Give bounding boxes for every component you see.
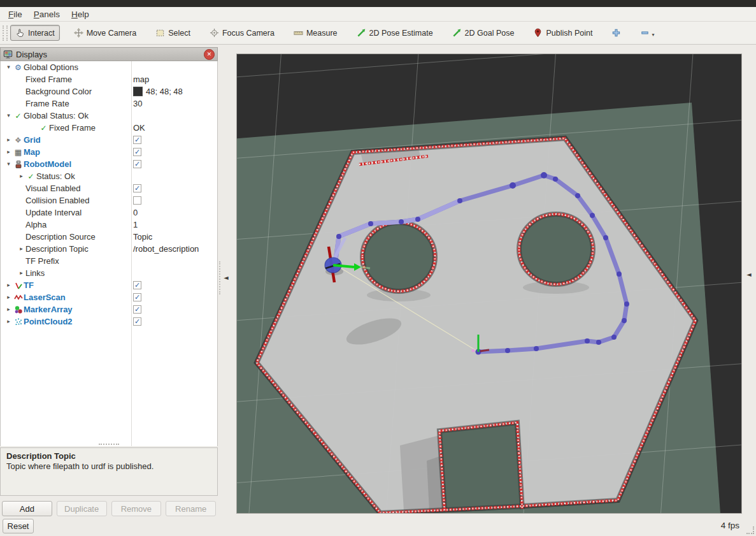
expand-right-icon[interactable]: ▸ bbox=[4, 315, 13, 328]
menu-help[interactable]: Help bbox=[66, 8, 95, 20]
property-value[interactable]: 30 bbox=[131, 98, 217, 110]
tool-interact[interactable]: Interact bbox=[10, 25, 60, 41]
expand-right-icon[interactable]: ▸ bbox=[4, 146, 13, 158]
tool-measure[interactable]: Measure bbox=[289, 25, 343, 41]
display-row-frame-rate[interactable]: Frame Rate30 bbox=[1, 98, 217, 110]
display-row-pointcloud2[interactable]: ▸PointCloud2✓ bbox=[1, 315, 217, 328]
display-row-update-interval[interactable]: Update Interval0 bbox=[1, 206, 217, 219]
3d-scene bbox=[237, 54, 741, 513]
visibility-checkbox[interactable]: ✓ bbox=[133, 136, 141, 144]
expand-right-icon[interactable]: ▸ bbox=[17, 243, 25, 255]
expand-right-icon[interactable]: ▸ bbox=[4, 291, 13, 303]
visibility-checkbox[interactable]: ✓ bbox=[133, 160, 141, 168]
display-row-alpha[interactable]: Alpha1 bbox=[1, 219, 217, 231]
row-label-cell: ▸❖Grid bbox=[1, 134, 131, 146]
row-label-cell: Background Color bbox=[1, 85, 131, 98]
property-label: Global Options bbox=[24, 61, 78, 73]
pin-icon bbox=[533, 28, 543, 38]
expand-down-icon[interactable]: ▾ bbox=[4, 158, 13, 170]
property-value[interactable]: 0 bbox=[131, 206, 217, 219]
property-value[interactable]: Topic bbox=[131, 231, 217, 243]
remove-button: Remove bbox=[111, 501, 162, 516]
display-row-background-color[interactable]: Background Color48; 48; 48 bbox=[1, 85, 217, 98]
expand-right-icon[interactable]: ▸ bbox=[17, 267, 25, 279]
expand-right-icon[interactable]: ▸ bbox=[17, 170, 25, 182]
display-row-fixed-frame[interactable]: ✓Fixed FrameOK bbox=[1, 122, 217, 134]
visibility-checkbox[interactable] bbox=[133, 196, 141, 205]
expand-right-icon[interactable]: ▸ bbox=[4, 303, 13, 315]
display-row-fixed-frame[interactable]: Fixed Framemap bbox=[1, 73, 217, 85]
display-row-robotmodel[interactable]: ▾RobotModel✓ bbox=[1, 158, 217, 170]
display-row-links[interactable]: ▸Links bbox=[1, 267, 217, 279]
visibility-checkbox[interactable]: ✓ bbox=[133, 184, 141, 192]
toolbar-grip[interactable] bbox=[3, 25, 8, 41]
display-row-description-topic[interactable]: ▸Description Topic/robot_description bbox=[1, 243, 217, 255]
property-value[interactable]: map bbox=[131, 73, 217, 85]
row-label-cell: ▾✓Global Status: Ok bbox=[1, 110, 131, 122]
tool-add-tool[interactable] bbox=[606, 25, 626, 41]
property-value[interactable]: 1 bbox=[131, 219, 217, 231]
tool-remove-tool[interactable]: ▾ bbox=[635, 25, 659, 41]
focus-icon bbox=[210, 28, 219, 38]
description-box: Description Topic Topic where filepath t… bbox=[0, 447, 218, 496]
row-label-cell: Frame Rate bbox=[1, 98, 131, 110]
close-icon[interactable]: ✕ bbox=[204, 49, 215, 60]
display-row-tf-prefix[interactable]: TF Prefix bbox=[1, 255, 217, 267]
display-row-status-ok[interactable]: ▸✓Status: Ok bbox=[1, 170, 217, 182]
property-label: Grid bbox=[24, 134, 41, 146]
menu-file[interactable]: File bbox=[3, 8, 28, 20]
dropdown-caret-icon[interactable]: ▾ bbox=[652, 32, 654, 38]
visibility-checkbox[interactable]: ✓ bbox=[133, 293, 141, 301]
display-row-tf[interactable]: ▸TF✓ bbox=[1, 279, 217, 291]
add-button[interactable]: Add bbox=[2, 501, 52, 516]
tool-2d-goal-pose[interactable]: 2D Goal Pose bbox=[447, 25, 520, 41]
column-separator[interactable] bbox=[131, 61, 132, 446]
visibility-checkbox[interactable]: ✓ bbox=[133, 148, 141, 156]
display-row-laserscan[interactable]: ▸LaserScan✓ bbox=[1, 291, 217, 303]
collapse-left-panel-icon[interactable]: ◄ bbox=[224, 275, 229, 281]
tool-focus-camera[interactable]: Focus Camera bbox=[204, 25, 280, 41]
property-label: Fixed Frame bbox=[25, 73, 72, 85]
property-value bbox=[131, 61, 217, 73]
reset-button[interactable]: Reset bbox=[3, 519, 34, 533]
display-row-global-options[interactable]: ▾⚙Global Options bbox=[1, 61, 217, 73]
property-value[interactable]: OK bbox=[131, 122, 217, 134]
goal-arrow-icon bbox=[452, 28, 462, 38]
tool-2d-pose-estimate[interactable]: 2D Pose Estimate bbox=[352, 25, 438, 41]
tool-publish-point[interactable]: Publish Point bbox=[528, 25, 597, 41]
visibility-checkbox[interactable]: ✓ bbox=[133, 281, 141, 289]
display-row-map[interactable]: ▸▦Map✓ bbox=[1, 146, 217, 158]
display-row-collision-enabled[interactable]: Collision Enabled bbox=[1, 194, 217, 206]
splitter-handle[interactable] bbox=[99, 444, 119, 447]
panel-resize-grip[interactable] bbox=[219, 261, 222, 294]
property-label: Update Interval bbox=[25, 206, 82, 219]
expand-right-icon[interactable]: ▸ bbox=[4, 279, 13, 291]
toolbar: InteractMove CameraSelectFocus CameraMea… bbox=[0, 22, 756, 45]
tool-move-camera[interactable]: Move Camera bbox=[69, 25, 142, 41]
property-value bbox=[131, 110, 217, 122]
display-row-global-status-ok[interactable]: ▾✓Global Status: Ok bbox=[1, 110, 217, 122]
display-row-description-source[interactable]: Description SourceTopic bbox=[1, 231, 217, 243]
window-resize-grip[interactable] bbox=[746, 526, 754, 534]
display-row-visual-enabled[interactable]: Visual Enabled✓ bbox=[1, 182, 217, 194]
tool-select[interactable]: Select bbox=[150, 25, 196, 41]
visibility-checkbox[interactable]: ✓ bbox=[133, 317, 141, 326]
status-bar: Reset 4 fps bbox=[0, 516, 756, 536]
display-row-markerarray[interactable]: ▸MarkerArray✓ bbox=[1, 303, 217, 315]
display-row-grid[interactable]: ▸❖Grid✓ bbox=[1, 134, 217, 146]
collapse-right-panel-icon[interactable]: ◄ bbox=[746, 272, 752, 278]
main-area: Displays ✕ ▾⚙Global OptionsFixed Framema… bbox=[0, 45, 756, 516]
property-value[interactable]: 48; 48; 48 bbox=[131, 85, 217, 98]
menu-panels[interactable]: Panels bbox=[28, 8, 66, 20]
3d-viewport[interactable] bbox=[236, 54, 742, 514]
expand-down-icon[interactable]: ▾ bbox=[4, 110, 13, 122]
expand-down-icon[interactable]: ▾ bbox=[4, 61, 13, 73]
expand-right-icon[interactable]: ▸ bbox=[4, 134, 13, 146]
visibility-checkbox[interactable]: ✓ bbox=[133, 305, 141, 314]
row-label-cell: Description Source bbox=[1, 231, 131, 243]
row-label-cell: ✓Fixed Frame bbox=[1, 122, 131, 134]
color-swatch[interactable] bbox=[133, 87, 143, 96]
property-value[interactable]: /robot_description bbox=[131, 243, 217, 255]
displays-panel-header[interactable]: Displays ✕ bbox=[0, 47, 218, 61]
move-icon bbox=[74, 28, 83, 38]
